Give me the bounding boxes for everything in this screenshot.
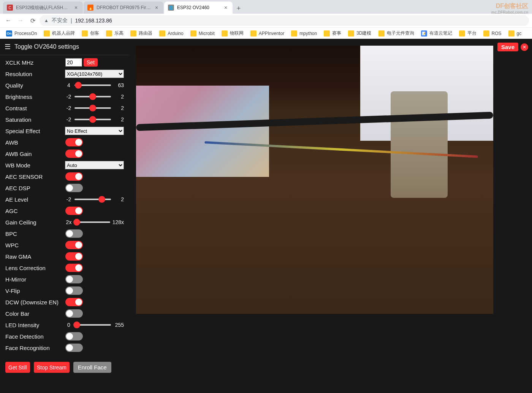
- control-label: Lens Correction: [5, 265, 65, 271]
- lens-correction-toggle[interactable]: [65, 264, 83, 272]
- saturation-slider[interactable]: [74, 119, 111, 120]
- bookmark-item[interactable]: 📝有道云笔记: [418, 29, 455, 38]
- control-label: Resolution: [5, 71, 65, 77]
- folder-icon: [508, 30, 515, 37]
- watermark: DF创客社区 mc.DFRobot.com.cn: [491, 2, 528, 14]
- control-row-face-recognition: Face Recognition: [5, 342, 124, 353]
- bookmark-item[interactable]: 平台: [456, 29, 480, 38]
- insecure-label: 不安全: [52, 17, 68, 24]
- control-label: Color Bar: [5, 310, 65, 317]
- color-bar-toggle[interactable]: [65, 309, 83, 318]
- bpc-toggle[interactable]: [65, 229, 83, 238]
- wb-mode-select[interactable]: Auto: [65, 161, 124, 169]
- bookmark-item[interactable]: 电子元件查询: [375, 29, 417, 38]
- agc-toggle[interactable]: [65, 207, 83, 215]
- control-row-bpc: BPC: [5, 228, 124, 239]
- control-row-aec-dsp: AEC DSP: [5, 182, 124, 194]
- bookmark-item[interactable]: mpython: [288, 29, 320, 38]
- tab-close-icon[interactable]: ×: [73, 5, 79, 11]
- bookmark-label: 创客: [90, 30, 99, 37]
- quality-slider[interactable]: [74, 84, 111, 86]
- new-tab-button[interactable]: +: [233, 3, 244, 14]
- stop-stream-button[interactable]: Stop Stream: [34, 362, 70, 373]
- bookmark-label: ProcessOn: [14, 31, 37, 36]
- control-label: Quality: [5, 82, 65, 89]
- browser-tab[interactable]: C ESP32模组确认FLASH容量的size ×: [3, 2, 83, 14]
- raw-gma-toggle[interactable]: [65, 252, 83, 261]
- bookmark-item[interactable]: 赛事: [321, 29, 344, 38]
- control-row-contrast: Contrast-2 2: [5, 102, 124, 114]
- slider-max: 128x: [112, 219, 124, 225]
- folder-icon: [378, 30, 385, 37]
- face-detection-toggle[interactable]: [65, 332, 83, 340]
- control-row-lens-correction: Lens Correction: [5, 262, 124, 274]
- bookmark-item[interactable]: 路由器: [127, 29, 155, 38]
- xclk-input[interactable]: [65, 58, 82, 67]
- bookmark-item[interactable]: 乐高: [103, 29, 127, 38]
- reload-button[interactable]: ⟳: [27, 15, 38, 26]
- awb-toggle[interactable]: [65, 138, 83, 146]
- bookmark-label: 路由器: [139, 30, 152, 37]
- tab-title: ESP32 OV2460: [177, 5, 221, 10]
- bookmark-item[interactable]: Microbit: [187, 29, 218, 38]
- bookmark-label: 3D建模: [356, 30, 371, 37]
- control-label: Brightness: [5, 94, 65, 100]
- control-row-awb: AWB: [5, 137, 124, 148]
- face-recognition-toggle[interactable]: [65, 344, 83, 352]
- control-label: Raw GMA: [5, 253, 65, 260]
- contrast-slider[interactable]: [74, 107, 111, 109]
- control-row-wb-mode: WB ModeAuto: [5, 159, 124, 171]
- led-intensity-slider[interactable]: [74, 324, 111, 326]
- enroll-face-button[interactable]: Enroll Face: [73, 362, 111, 373]
- aec-dsp-toggle[interactable]: [65, 184, 83, 192]
- control-row-color-bar: Color Bar: [5, 308, 124, 319]
- h-mirror-toggle[interactable]: [65, 275, 83, 283]
- bookmark-item[interactable]: 创客: [79, 29, 102, 38]
- bookmark-item[interactable]: OnProcessOn: [3, 29, 40, 38]
- control-label: AWB Gain: [5, 151, 65, 157]
- xclk-set-button[interactable]: Set: [84, 58, 98, 67]
- ae-level-slider[interactable]: [74, 199, 111, 200]
- bookmark-item[interactable]: APPInventor: [247, 29, 287, 38]
- close-icon[interactable]: ✕: [521, 43, 528, 51]
- bookmark-item[interactable]: ROS: [480, 29, 505, 38]
- gain-ceiling-slider[interactable]: [74, 221, 110, 223]
- forward-button[interactable]: →: [15, 15, 26, 26]
- browser-tab[interactable]: 🔥 DFROBOT DFR0975 FireBeetle ×: [84, 2, 163, 14]
- control-label: Saturation: [5, 116, 65, 123]
- back-button[interactable]: ←: [3, 15, 14, 26]
- browser-tab[interactable]: 🌐 ESP32 OV2460 ×: [164, 2, 233, 14]
- bookmark-label: 电子元件查询: [387, 30, 414, 37]
- address-bar[interactable]: ▲ 不安全 | 192.168.123.86: [40, 15, 529, 26]
- insecure-icon: ▲: [44, 18, 49, 23]
- control-row-led-intensity: LED Intensity0 255: [5, 319, 124, 331]
- slider-max: 2: [113, 116, 124, 123]
- control-label: H-Mirror: [5, 276, 65, 283]
- tab-close-icon[interactable]: ×: [223, 5, 229, 11]
- bookmark-item[interactable]: Arduino: [156, 29, 186, 38]
- control-label: DCW (Downsize EN): [5, 299, 65, 305]
- bookmark-item[interactable]: 3D建模: [345, 29, 374, 38]
- control-row-awb-gain: AWB Gain: [5, 148, 124, 159]
- bookmark-item[interactable]: 物联网: [218, 29, 247, 38]
- awb-gain-toggle[interactable]: [65, 150, 83, 158]
- folder-icon: [324, 30, 330, 37]
- special-effect-select[interactable]: No Effect: [65, 127, 124, 135]
- bookmark-item[interactable]: 机器人品牌: [41, 29, 78, 38]
- control-row-quality: Quality4 63: [5, 80, 124, 91]
- brightness-slider[interactable]: [74, 96, 111, 97]
- dcw-toggle[interactable]: [65, 298, 83, 306]
- bookmark-icon: 📝: [421, 30, 427, 37]
- aec-sensor-toggle[interactable]: [65, 172, 83, 181]
- get-still-button[interactable]: Get Still: [5, 362, 30, 373]
- stream-area: Save ✕: [129, 39, 532, 393]
- tab-close-icon[interactable]: ×: [154, 5, 160, 11]
- resolution-select[interactable]: XGA(1024x768): [65, 70, 124, 78]
- save-button[interactable]: Save: [497, 43, 518, 51]
- control-row-h-mirror: H-Mirror: [5, 274, 124, 285]
- folder-icon: [459, 30, 465, 37]
- sidebar-header[interactable]: ☰ Toggle OV2640 settings: [0, 39, 129, 55]
- v-flip-toggle[interactable]: [65, 286, 83, 295]
- bookmark-item[interactable]: gc: [505, 29, 525, 38]
- wpc-toggle[interactable]: [65, 241, 83, 249]
